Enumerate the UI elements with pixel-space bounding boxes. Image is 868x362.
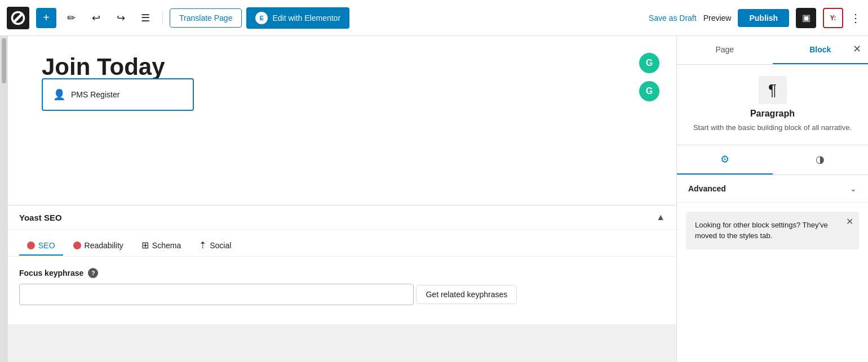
seo-tab-label: SEO (38, 241, 55, 250)
chevron-down-icon: ⌄ (850, 184, 857, 193)
yoast-seo-section: Yoast SEO ▲ SEO Readability ⊞ Schema ⇡ (8, 205, 676, 324)
separator-1 (162, 11, 163, 25)
suggestion-item[interactable]: 👤 PMS Register (47, 84, 188, 105)
edit-elementor-button[interactable]: E Edit with Elementor (246, 7, 349, 29)
list-view-button[interactable]: ☰ (135, 8, 156, 28)
gear-icon: ⚙ (720, 154, 729, 165)
settings-gear-tab[interactable]: ⚙ (677, 145, 773, 175)
yoast-content: Focus keyphrase ? Get related keyphrases (8, 257, 676, 324)
elementor-label: Edit with Elementor (272, 14, 340, 23)
notification-close-button[interactable]: ✕ (846, 216, 853, 227)
editor-view-button[interactable]: ▣ (796, 8, 816, 28)
help-icon[interactable]: ? (88, 268, 98, 278)
toolbar: + ✏ ↩ ↪ ☰ Translate Page E Edit with Ele… (0, 0, 868, 36)
yoast-label: Y: (830, 14, 836, 22)
add-block-button[interactable]: + (36, 8, 56, 28)
save-draft-button[interactable]: Save as Draft (649, 14, 697, 23)
tools-button[interactable]: ✏ (61, 8, 81, 28)
yoast-tab-readability[interactable]: Readability (65, 236, 131, 256)
publish-button[interactable]: Publish (738, 9, 789, 27)
editor-area: Join Today 👤 PMS Register /pms regis G G… (0, 36, 676, 362)
panel-tabs: Page Block ✕ (677, 36, 868, 65)
advanced-section: Advanced ⌄ (677, 175, 868, 203)
redo-button[interactable]: ↪ (110, 8, 131, 28)
yoast-header: Yoast SEO ▲ (8, 205, 676, 230)
advanced-label: Advanced (688, 184, 726, 193)
grammarly-icon-2: G (639, 81, 659, 101)
scroll-thumb (2, 38, 6, 83)
yoast-collapse-button[interactable]: ▲ (656, 212, 665, 222)
focus-keyphrase-input[interactable] (19, 284, 414, 305)
settings-styles-tab[interactable]: ◑ (773, 145, 869, 175)
notification-box: ✕ Looking for other block settings? They… (686, 212, 859, 249)
yoast-button[interactable]: Y: (823, 8, 843, 28)
readability-tab-label: Readability (85, 241, 123, 250)
page-title[interactable]: Join Today (42, 53, 643, 81)
schema-grid-icon: ⊞ (141, 240, 149, 251)
social-tab-label: Social (210, 241, 231, 250)
get-related-keyphrases-button[interactable]: Get related keyphrases (416, 285, 517, 304)
elementor-icon: E (255, 12, 268, 24)
scrollbar[interactable] (0, 36, 8, 362)
grammarly-icon-1: G (639, 53, 659, 73)
yoast-tabs: SEO Readability ⊞ Schema ⇡ Social (8, 230, 676, 257)
suggestion-label: PMS Register (71, 90, 119, 99)
notification-text: Looking for other block settings? They'v… (695, 220, 850, 242)
more-options-button[interactable]: ⋮ (850, 11, 861, 25)
editor-canvas: Join Today 👤 PMS Register /pms regis G G (8, 36, 676, 205)
yoast-tab-seo[interactable]: SEO (19, 236, 63, 256)
seo-dot-icon (27, 242, 35, 249)
social-share-icon: ⇡ (199, 240, 206, 251)
logo-icon (10, 10, 26, 26)
right-panel: Page Block ✕ ¶ Paragraph Start with the … (676, 36, 868, 362)
toolbar-right: Save as Draft Preview Publish ▣ Y: ⋮ (649, 8, 861, 28)
preview-button[interactable]: Preview (703, 14, 732, 23)
focus-keyphrase-text: Focus keyphrase (19, 269, 83, 278)
schema-tab-label: Schema (152, 241, 181, 250)
panel-close-button[interactable]: ✕ (853, 43, 861, 55)
yoast-section-title: Yoast SEO (19, 213, 62, 222)
advanced-header[interactable]: Advanced ⌄ (688, 184, 857, 193)
main-layout: Join Today 👤 PMS Register /pms regis G G… (0, 36, 868, 362)
readability-dot-icon (73, 242, 81, 249)
yoast-tab-social[interactable]: ⇡ Social (191, 235, 239, 256)
translate-page-button[interactable]: Translate Page (170, 8, 242, 28)
contrast-icon: ◑ (816, 154, 825, 165)
undo-button[interactable]: ↩ (86, 8, 106, 28)
yoast-tab-schema[interactable]: ⊞ Schema (134, 235, 189, 256)
focus-keyphrase-label: Focus keyphrase ? (19, 268, 665, 278)
site-logo (7, 7, 29, 29)
pms-register-icon: 👤 (53, 88, 65, 101)
paragraph-block-icon: ¶ (759, 76, 787, 104)
panel-settings-tabs: ⚙ ◑ (677, 145, 868, 175)
suggestion-dropdown: 👤 PMS Register (42, 78, 194, 111)
tab-page[interactable]: Page (677, 36, 773, 64)
block-name: Paragraph (677, 109, 868, 119)
block-description: Start with the basic building block of a… (677, 122, 868, 133)
